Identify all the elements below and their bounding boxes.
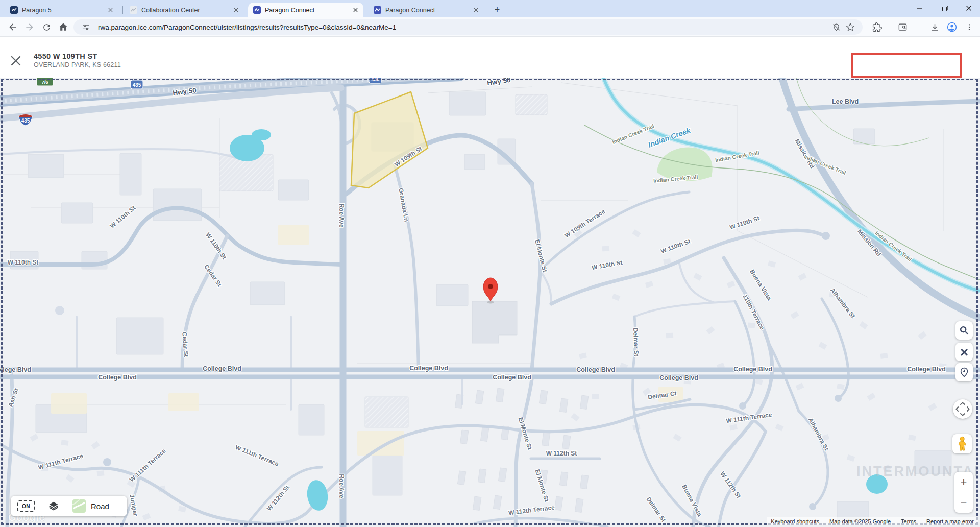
street-label: College Blvd	[907, 366, 946, 373]
tab-separator	[486, 6, 486, 14]
street-label: W 110th St	[591, 259, 623, 271]
street-label: Alhambra St	[829, 286, 857, 319]
bar-divider	[66, 499, 66, 513]
street-label: Hwy 50	[486, 78, 511, 87]
back-button[interactable]	[6, 20, 20, 34]
tab-close-icon[interactable]	[232, 6, 240, 14]
street-label: College Blvd	[493, 374, 531, 381]
paragon-connect-favicon	[253, 6, 261, 14]
pegman-street-view[interactable]	[952, 434, 972, 453]
extensions-icon[interactable]	[870, 20, 884, 34]
route-shield-interstate: 435	[19, 114, 32, 126]
street-label: College Blvd	[659, 374, 698, 381]
listing-map-marker[interactable]	[483, 278, 498, 304]
street-label: W 110th St	[729, 214, 761, 231]
terms-link[interactable]: Terms	[901, 518, 916, 524]
map-attribution: Keyboard shortcuts Map data ©2025 Google…	[767, 517, 978, 525]
new-tab-button[interactable]: +	[491, 4, 503, 16]
street-label: College Blvd	[98, 374, 137, 381]
street-label: W 112th St	[719, 470, 742, 500]
map-search-button[interactable]	[955, 321, 973, 340]
window-restore-button[interactable]	[935, 0, 955, 16]
collaboration-favicon	[130, 6, 137, 14]
location-blocked-icon[interactable]	[829, 20, 843, 34]
tab-label: Collaboration Center	[141, 7, 228, 14]
map-type-bar: ON Road	[11, 496, 127, 516]
street-label: College Blvd	[409, 365, 448, 372]
paragon-connect-favicon	[374, 6, 381, 14]
window-minimize-button[interactable]	[909, 0, 929, 16]
street-label: W 111th Terrace	[128, 447, 167, 483]
map-graphics: 7/6435435435 Hwy 50Hwy 50W 109th StGrana…	[0, 78, 980, 527]
street-label: W 111th Terrace	[726, 411, 773, 425]
site-settings-icon[interactable]	[79, 20, 93, 34]
street-label: W 110th St	[660, 237, 692, 255]
profile-avatar-icon[interactable]	[945, 20, 959, 34]
tab-close-icon[interactable]	[106, 6, 114, 14]
street-label: Indian Creek Trail	[653, 174, 698, 184]
report-error-link[interactable]: Report a map error	[926, 518, 974, 524]
tab-paragon-connect-active[interactable]: Paragon Connect	[248, 3, 363, 17]
close-map-button[interactable]	[9, 54, 22, 67]
svg-text:7/6: 7/6	[41, 79, 48, 85]
menu-dots-icon[interactable]	[962, 20, 976, 34]
side-panel-search-icon[interactable]	[895, 20, 910, 34]
browser-toolbar: rwa.paragon.ice.com/ParagonConnect/ulste…	[0, 17, 980, 37]
road-map-thumbnail[interactable]	[72, 499, 86, 513]
street-label: Ash St	[7, 388, 20, 408]
street-label: Buena Vista	[748, 268, 773, 302]
street-label: El Monte St	[534, 469, 550, 503]
tab-label: Paragon 5	[22, 7, 102, 14]
street-label: W 110th St	[8, 259, 39, 266]
tab-close-icon[interactable]	[472, 6, 480, 14]
street-label: W 112th St	[546, 450, 577, 457]
street-label: El Monte St	[533, 239, 548, 273]
layers-icon[interactable]	[47, 500, 60, 512]
window-close-button[interactable]	[959, 0, 979, 16]
keyboard-shortcuts-link[interactable]: Keyboard shortcuts	[771, 518, 819, 524]
home-button[interactable]	[56, 20, 70, 34]
address-bar[interactable]: rwa.paragon.ice.com/ParagonConnect/ulste…	[74, 19, 863, 35]
zoom-out-button[interactable]: −	[954, 492, 973, 512]
downloads-icon[interactable]	[927, 20, 942, 34]
svg-text:435: 435	[371, 78, 380, 82]
tab-paragon-5[interactable]: Paragon 5	[5, 3, 118, 17]
street-label: W 111th Terrace	[234, 444, 280, 468]
listing-address-subtitle: OVERLAND PARK, KS 66211	[34, 61, 121, 68]
reload-button[interactable]	[39, 20, 54, 34]
street-label: Lee Blvd	[832, 98, 859, 105]
street-labels: Hwy 50Hwy 50W 109th StGranada LnRoe AveR…	[0, 78, 946, 523]
map-canvas[interactable]: 7/6435435435 Hwy 50Hwy 50W 109th StGrana…	[0, 78, 980, 527]
map-data-text: Map data ©2025 Google	[829, 518, 891, 524]
map-on-toggle[interactable]: ON	[17, 500, 35, 512]
tab-paragon-connect-2[interactable]: Paragon Connect	[369, 3, 484, 17]
street-label: Delmar St	[632, 328, 640, 356]
map-locate-button[interactable]	[955, 363, 973, 381]
highlighted-parcel	[351, 92, 428, 188]
tab-label: Paragon Connect	[265, 7, 347, 14]
street-label: Roe Ave	[338, 203, 345, 227]
map-pan-control[interactable]	[953, 399, 972, 419]
tab-label: Paragon Connect	[385, 7, 468, 14]
url-text[interactable]: rwa.paragon.ice.com/ParagonConnect/ulste…	[98, 23, 829, 31]
bar-divider	[41, 499, 41, 513]
tab-collaboration-center[interactable]: Collaboration Center	[125, 3, 244, 17]
svg-text:435: 435	[133, 82, 141, 88]
svg-text:435: 435	[21, 118, 30, 124]
forward-button[interactable]	[22, 20, 37, 34]
toolbar-divider	[918, 22, 918, 32]
paragon5-favicon	[10, 6, 18, 14]
listing-address-title: 4550 W 109TH ST	[34, 52, 97, 60]
street-label: College Blvd	[0, 366, 31, 373]
street-label: College Blvd	[576, 366, 615, 373]
street-label: W 110th St	[109, 204, 137, 230]
map-draw-button[interactable]	[955, 343, 973, 361]
route-shield-exit: 7/6	[37, 78, 53, 86]
browser-tab-strip: Paragon 5 Collaboration Center Paragon C…	[0, 0, 980, 17]
tab-close-icon[interactable]	[351, 6, 359, 14]
bookmark-star-icon[interactable]	[843, 20, 857, 34]
street-label: College Blvd	[733, 366, 772, 373]
zoom-in-button[interactable]: +	[954, 472, 973, 492]
route-shield-route: 435	[369, 78, 381, 83]
highlight-rectangle	[851, 53, 962, 78]
